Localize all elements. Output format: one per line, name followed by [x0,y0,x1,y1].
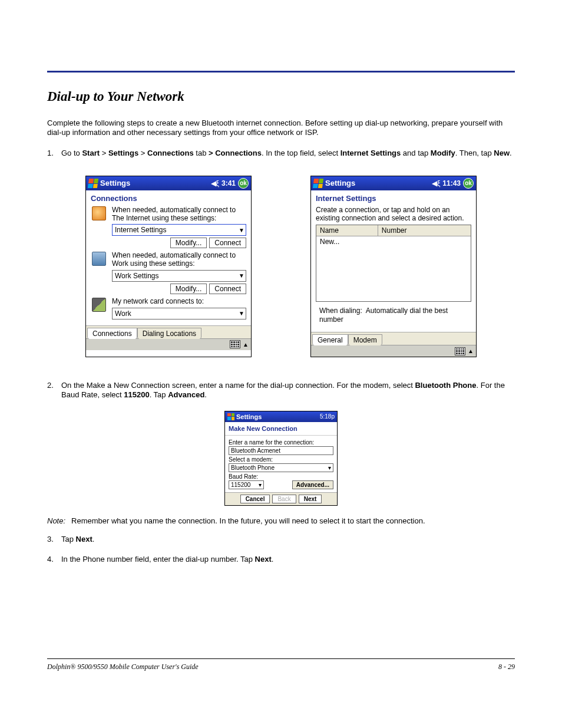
cancel-button[interactable]: Cancel [240,495,270,503]
page-title: Dial-up to Your Network [47,89,515,104]
connect-button[interactable]: Connect [209,238,246,248]
step-number: 1. [47,149,58,158]
titlebar: Settings ◀ξ 11:43 ok [311,176,476,190]
advanced-button[interactable]: Advanced... [292,480,333,489]
screenshot-connections: Settings ◀ξ 3:41 ok Connections When nee… [85,176,252,357]
back-button[interactable]: Back [272,495,296,503]
footer-rule [47,658,515,659]
header-rule [47,71,515,73]
footer-left: Dolphin® 9500/9550 Mobile Computer User'… [47,663,199,671]
modem-label: Select a modem: [229,456,333,463]
volume-icon[interactable]: ◀ξ [211,179,219,187]
column-name[interactable]: Name [316,225,378,236]
clock: 3:41 [222,179,236,187]
bottom-bar: ▲ [311,345,476,357]
nic-label: My network card connects to: [112,298,246,306]
network-card-icon [92,298,106,312]
step-2: 2. On the Make a New Connection screen, … [47,381,515,400]
nic-dropdown[interactable]: Work ▼ [112,308,246,319]
chevron-down-icon: ▾ [259,482,262,488]
titlebar: Settings ◀ξ 3:41 ok [86,176,251,190]
step-4: 4. In the Phone number field, enter the … [47,555,515,564]
next-button[interactable]: Next [299,495,322,503]
ok-button[interactable]: ok [463,178,474,189]
connection-name-input[interactable]: Bluetooth Acmenet [229,446,333,455]
instructions: Create a connection, or tap and hold on … [316,206,471,223]
footer-right: 8 - 29 [498,663,515,671]
screenshot-make-new-connection: Settings 5:18p Make New Connection Enter… [224,411,338,506]
screen-subtitle: Connections [86,190,251,206]
connect-button[interactable]: Connect [209,284,246,294]
work-label: When needed, automatically connect to Wo… [112,252,246,268]
up-arrow-icon[interactable]: ▲ [243,341,249,348]
windows-logo-icon [313,179,323,188]
up-arrow-icon[interactable]: ▲ [468,348,474,354]
note-text: Remember what you name the connection. I… [71,516,425,525]
keyboard-icon[interactable] [230,340,240,348]
modem-dropdown[interactable]: Bluetooth Phone▾ [229,463,333,472]
wizard-buttons: Cancel Back Next [225,492,337,505]
screen-subtitle: Internet Settings [311,190,476,206]
ok-button[interactable]: ok [238,178,249,189]
clock: 11:43 [442,179,461,187]
tab-connections[interactable]: Connections [87,328,137,339]
screenshot-internet-settings: Settings ◀ξ 11:43 ok Internet Settings C… [310,176,477,357]
intro-paragraph: Complete the following steps to create a… [47,118,515,138]
windows-logo-icon [227,413,234,420]
column-number[interactable]: Number [378,225,471,236]
baud-dropdown[interactable]: 115200▾ [229,480,264,489]
chevron-down-icon: ▾ [328,465,331,471]
screen-subtitle: Make New Connection [225,422,337,436]
tab-modem[interactable]: Modem [348,334,382,345]
window-title: Settings [325,179,355,187]
windows-logo-icon [88,179,98,188]
step-number: 2. [47,381,58,400]
modify-button[interactable]: Modify... [170,238,207,248]
step-1: 1. Go to Start > Settings > Connections … [47,149,515,158]
work-icon [92,252,106,266]
modify-button[interactable]: Modify... [170,284,207,294]
step-number: 4. [47,555,58,564]
page-footer: Dolphin® 9500/9550 Mobile Computer User'… [47,663,515,671]
bottom-bar: ▲ [86,338,251,350]
step-number: 3. [47,535,58,544]
work-settings-dropdown[interactable]: Work Settings ▼ [112,270,246,282]
volume-icon[interactable]: ◀ξ [432,179,440,187]
window-title: Settings [100,179,130,187]
keyboard-icon[interactable] [455,347,465,355]
note: Note: Remember what you name the connect… [47,516,515,525]
baud-label: Baud Rate: [229,473,333,480]
tab-dialing-locations[interactable]: Dialing Locations [137,328,201,339]
titlebar: Settings 5:18p [225,411,337,422]
internet-settings-dropdown[interactable]: Internet Settings ▼ [112,224,246,236]
step-text: Go to Start > Settings > Connections tab… [61,149,512,158]
connections-table: Name Number New... [316,225,471,302]
chevron-down-icon: ▼ [239,227,244,233]
clock: 5:18p [320,413,335,420]
chevron-down-icon: ▼ [239,310,244,317]
internet-icon [92,206,106,220]
internet-label: When needed, automatically connect to Th… [112,206,246,223]
step-3: 3. Tap Next. [47,535,515,544]
step-text: Tap Next. [61,535,94,544]
tab-general[interactable]: General [312,334,348,345]
window-title: Settings [236,413,262,420]
step-text: On the Make a New Connection screen, ent… [61,381,515,400]
row-new[interactable]: New... [320,238,467,246]
chevron-down-icon: ▼ [239,272,244,279]
tab-strip: Connections Dialing Locations [86,325,251,338]
note-label: Note: [47,516,65,525]
name-label: Enter a name for the connection: [229,439,333,446]
tab-strip: General Modem [311,332,476,345]
step-text: In the Phone number field, enter the dia… [61,555,273,564]
dialing-info: When dialing: Automatically dial the bes… [316,302,471,330]
